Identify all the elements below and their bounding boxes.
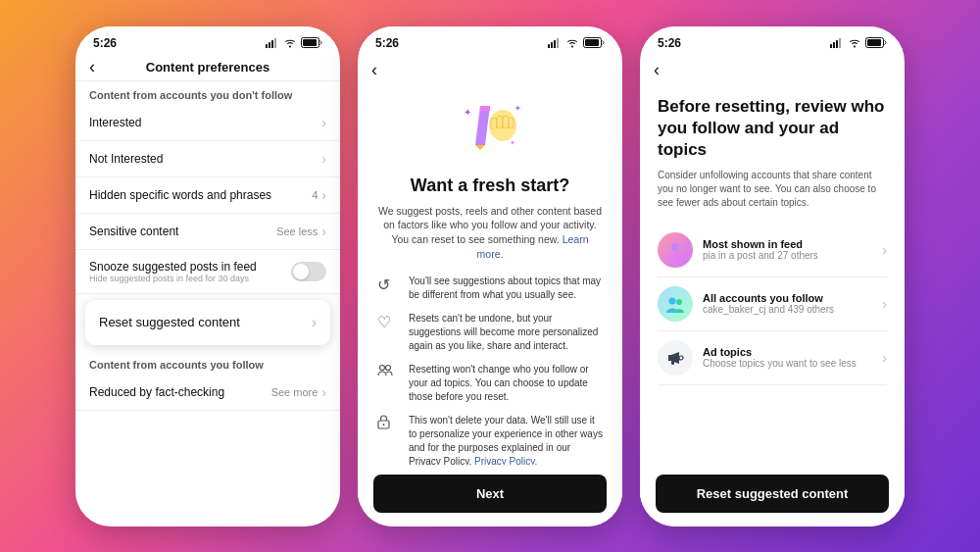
not-interested-label: Not Interested	[89, 152, 163, 166]
phone-3: 5:26 ‹ Before resetting, review who you …	[640, 26, 905, 527]
svg-marker-15	[475, 145, 485, 150]
hidden-words-right: 4 ›	[312, 187, 326, 203]
chevron-hidden-words: ›	[321, 187, 326, 203]
battery-icon	[301, 37, 322, 48]
menu-item-not-interested[interactable]: Not Interested ›	[75, 141, 340, 177]
svg-rect-2	[271, 40, 273, 48]
chevron-factcheck: ›	[321, 384, 326, 400]
reset-suggested-label: Reset suggested content	[99, 315, 240, 329]
fresh-list-item-0: ↺ You'll see suggestions about topics th…	[377, 275, 603, 302]
svg-rect-10	[557, 38, 559, 48]
section2-label: Content from accounts you follow	[75, 351, 340, 375]
review-item-title-feed: Most shown in feed	[703, 238, 872, 250]
svg-point-34	[854, 45, 856, 47]
svg-rect-0	[266, 44, 268, 48]
svg-marker-14	[475, 106, 490, 145]
back-icon-1[interactable]: ‹	[89, 57, 95, 77]
svg-rect-19	[497, 116, 503, 128]
phone2-content: ✦ ✦ ✦ Want a fresh start? We suggest pos…	[358, 82, 622, 465]
back-button-3[interactable]: ‹	[654, 60, 660, 80]
status-icons-3	[830, 37, 887, 48]
snooze-label: Snooze suggested posts in feed	[89, 260, 257, 274]
svg-rect-13	[585, 39, 599, 46]
status-bar-3: 5:26	[640, 26, 905, 54]
reset-suggested-button[interactable]: Reset suggested content	[656, 475, 889, 513]
svg-rect-30	[830, 44, 832, 48]
svg-rect-7	[548, 44, 550, 48]
menu-item-interested[interactable]: Interested ›	[75, 105, 340, 141]
fresh-list-text-3: This won't delete your data. We'll still…	[409, 414, 603, 464]
svg-text:✦: ✦	[464, 107, 471, 118]
phone2-back-row: ‹	[358, 54, 622, 82]
svg-point-11	[571, 45, 573, 47]
phone1-content: Content from accounts you don't follow I…	[75, 81, 340, 527]
people-svg	[377, 364, 393, 377]
avatar-feed-inner	[658, 232, 693, 268]
avatar-follow-inner	[658, 286, 693, 322]
review-desc: Consider unfollowing accounts that share…	[658, 169, 887, 210]
svg-rect-33	[839, 38, 841, 48]
chevron-ads: ›	[882, 350, 887, 366]
svg-point-39	[676, 299, 682, 305]
svg-point-37	[671, 243, 679, 251]
review-item-title-ads: Ad topics	[703, 346, 872, 358]
interested-label: Interested	[89, 116, 141, 129]
wifi-icon	[283, 38, 297, 48]
svg-rect-1	[269, 42, 270, 48]
svg-rect-32	[836, 40, 838, 48]
fresh-list: ↺ You'll see suggestions about topics th…	[377, 275, 603, 464]
back-button-2[interactable]: ‹	[371, 60, 377, 80]
svg-text:✦: ✦	[510, 139, 515, 146]
chevron-interested: ›	[321, 115, 326, 130]
status-icons-2	[548, 37, 605, 48]
illustration-svg: ✦ ✦ ✦	[456, 96, 524, 155]
review-item-sub-feed: pia in a post and 27 others	[703, 250, 872, 261]
refresh-icon: ↺	[377, 276, 399, 294]
factcheck-right: See more ›	[271, 384, 326, 400]
fresh-list-text-1: Resets can't be undone, but your suggest…	[409, 312, 603, 353]
review-text-ads: Ad topics Choose topics you want to see …	[703, 346, 872, 369]
phone1-header: ‹ Content preferences	[75, 54, 340, 81]
svg-point-27	[386, 366, 391, 371]
battery-icon-2	[583, 37, 605, 48]
svg-rect-18	[491, 118, 497, 129]
reset-suggested-chevron: ›	[312, 314, 317, 331]
svg-rect-21	[509, 118, 514, 128]
menu-item-sensitive[interactable]: Sensitive content See less ›	[75, 214, 340, 250]
fresh-title: Want a fresh start?	[377, 176, 603, 196]
snooze-toggle[interactable]	[291, 262, 326, 281]
svg-rect-3	[274, 38, 276, 48]
avatar-feed	[658, 232, 693, 268]
status-bar-2: 5:26	[358, 26, 622, 54]
svg-point-38	[669, 297, 676, 304]
svg-rect-22	[492, 128, 514, 136]
hidden-words-label: Hidden specific words and phrases	[89, 188, 271, 202]
review-text-follow: All accounts you follow cake_baker_cj an…	[703, 292, 872, 315]
review-item-follow[interactable]: All accounts you follow cake_baker_cj an…	[658, 277, 887, 331]
review-item-title-follow: All accounts you follow	[703, 292, 872, 304]
battery-icon-3	[865, 37, 887, 48]
svg-point-41	[679, 356, 683, 360]
review-item-sub-follow: cake_baker_cj and 439 others	[703, 304, 872, 315]
reset-suggested-box[interactable]: Reset suggested content ›	[85, 300, 330, 345]
privacy-link[interactable]: Privacy Policy.	[474, 456, 537, 464]
snooze-sublabel: Hide suggested posts in feed for 30 days	[89, 274, 257, 283]
review-item-ads[interactable]: Ad topics Choose topics you want to see …	[658, 331, 887, 385]
svg-point-4	[289, 45, 291, 47]
wifi-icon-2	[565, 38, 579, 48]
hidden-words-count: 4	[312, 189, 318, 201]
next-button[interactable]: Next	[373, 475, 607, 513]
svg-point-26	[380, 366, 385, 371]
menu-item-hidden-words[interactable]: Hidden specific words and phrases 4 ›	[75, 177, 340, 214]
menu-item-factcheck[interactable]: Reduced by fact-checking See more ›	[75, 375, 340, 411]
sensitive-right: See less ›	[276, 224, 326, 239]
section1-label: Content from accounts you don't follow	[75, 81, 340, 105]
fresh-list-item-2: Resetting won't change who you follow or…	[377, 363, 603, 404]
review-item-sub-ads: Choose topics you want to see less	[703, 358, 872, 369]
review-item-feed[interactable]: Most shown in feed pia in a post and 27 …	[658, 224, 887, 277]
lock-svg	[377, 415, 390, 429]
review-text-feed: Most shown in feed pia in a post and 27 …	[703, 238, 872, 261]
phone-2: 5:26 ‹ ✦	[358, 26, 622, 527]
svg-rect-31	[833, 42, 835, 48]
chevron-feed: ›	[882, 242, 887, 258]
